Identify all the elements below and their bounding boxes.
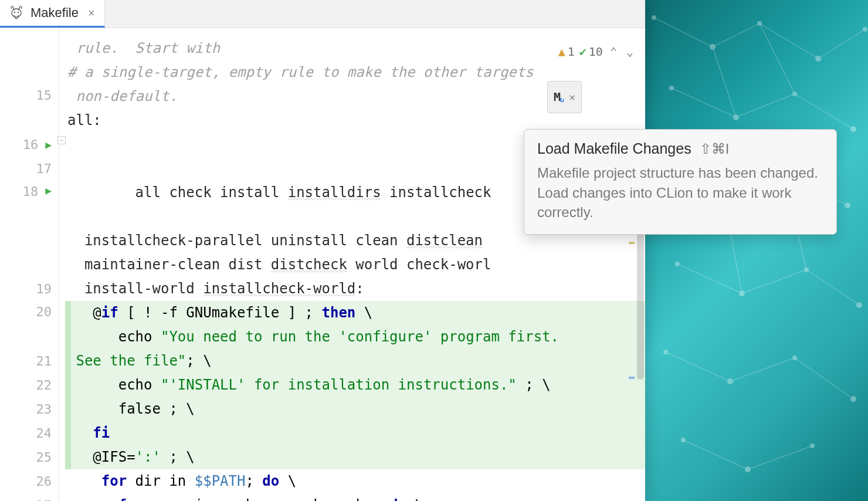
code-line[interactable]: install-world installcheck-world: <box>59 277 645 301</box>
fold-marker-icon[interactable]: – <box>57 136 66 144</box>
code-line[interactable]: See the file"; \ <box>65 349 645 373</box>
run-gutter-icon[interactable]: ▶ <box>45 138 52 151</box>
scrollbar-track[interactable] <box>636 36 644 501</box>
gutter-line: 24 <box>0 421 59 445</box>
svg-point-42 <box>850 396 856 402</box>
scrollbar-thumb[interactable] <box>637 233 644 380</box>
code-line[interactable]: @if [ ! -f GNUmakefile ] ; then \ <box>65 301 645 325</box>
svg-point-34 <box>845 202 850 208</box>
code-content[interactable]: ▲1 ✔10 ⌃ ⌄ M ↻ × rule. Start with # a si… <box>59 28 645 501</box>
tooltip-body: Makefile project structure has been chan… <box>537 163 823 222</box>
svg-line-6 <box>795 94 853 129</box>
svg-point-28 <box>733 114 739 120</box>
gutter-line: 20 <box>0 301 59 349</box>
tab-bar: Makefile × <box>0 0 645 28</box>
ide-window: Makefile × 15 16▶ 17 18▶ 19 20 21 22 23 … <box>0 0 645 501</box>
check-icon: ✔ <box>579 40 586 64</box>
tab-close-icon[interactable]: × <box>88 6 95 20</box>
tooltip-load-makefile: Load Makefile Changes ⇧⌘I Makefile proje… <box>524 129 837 235</box>
svg-point-26 <box>863 27 867 32</box>
prev-highlight-icon[interactable]: ⌃ <box>608 40 619 64</box>
svg-point-47 <box>14 12 15 13</box>
gutter-line: 18▶ <box>0 181 59 277</box>
refresh-badge-icon: ↻ <box>560 87 564 111</box>
tab-label: Makefile <box>30 5 79 21</box>
inspection-ok[interactable]: ✔10 <box>579 40 603 64</box>
svg-line-11 <box>742 270 806 293</box>
code-line[interactable]: echo "You need to run the 'configure' pr… <box>65 325 645 349</box>
svg-line-1 <box>713 23 760 47</box>
code-line[interactable]: echo "'INSTALL' for installation instruc… <box>65 373 645 397</box>
gutter-line: 19 <box>0 277 59 301</box>
gutter-line: 17 <box>0 157 59 181</box>
code-line[interactable]: @IFS=':' ; \ <box>65 445 645 469</box>
svg-point-23 <box>710 44 716 50</box>
svg-line-16 <box>683 440 748 469</box>
code-line[interactable]: for dir in $$PATH; do \ <box>59 469 645 493</box>
close-icon[interactable]: × <box>569 85 575 109</box>
svg-line-18 <box>713 47 736 117</box>
svg-point-45 <box>810 444 815 448</box>
tab-makefile[interactable]: Makefile × <box>0 0 105 28</box>
svg-point-39 <box>663 350 668 354</box>
gutter-line: 26 <box>0 469 59 493</box>
svg-point-48 <box>18 12 19 13</box>
editor-area: 15 16▶ 17 18▶ 19 20 21 22 23 24 25 26 27… <box>0 28 645 501</box>
makefile-reload-icon: M ↻ <box>554 85 561 109</box>
next-highlight-icon[interactable]: ⌄ <box>624 40 636 64</box>
svg-point-36 <box>739 290 745 296</box>
gutter-line: 27 <box>0 493 59 501</box>
svg-line-4 <box>672 88 736 117</box>
svg-point-30 <box>850 126 856 132</box>
svg-line-5 <box>736 94 795 117</box>
svg-line-3 <box>818 29 865 59</box>
svg-point-40 <box>727 378 733 384</box>
svg-point-37 <box>804 268 809 272</box>
load-makefile-action[interactable]: M ↻ × <box>547 81 582 113</box>
tooltip-shortcut: ⇧⌘I <box>700 141 730 157</box>
desktop-background <box>642 0 868 501</box>
svg-point-24 <box>757 21 762 26</box>
inspections-widget[interactable]: ▲1 ✔10 ⌃ ⌄ <box>556 39 638 65</box>
svg-line-0 <box>654 18 713 47</box>
svg-point-44 <box>745 466 751 472</box>
code-line[interactable]: false ; \ <box>65 397 645 421</box>
inspection-warnings[interactable]: ▲1 <box>558 40 575 64</box>
gutter-line <box>0 36 59 84</box>
svg-point-46 <box>12 9 21 17</box>
svg-line-12 <box>806 270 859 305</box>
error-stripe[interactable] <box>629 36 635 501</box>
svg-point-22 <box>652 15 656 20</box>
tooltip-title: Load Makefile Changes <box>537 140 691 157</box>
gnu-icon <box>8 5 25 21</box>
code-line[interactable]: for prog in gmake gnumake make; do \ <box>59 493 645 501</box>
gutter-line: 16▶ <box>0 133 59 157</box>
gutter-line: 25 <box>0 445 59 469</box>
gutter-line: 22 <box>0 373 59 397</box>
svg-point-25 <box>815 56 821 62</box>
svg-point-27 <box>669 86 674 90</box>
svg-point-38 <box>856 302 862 308</box>
svg-point-41 <box>792 356 797 360</box>
warning-icon: ▲ <box>558 40 565 64</box>
gutter-line: 21 <box>0 349 59 373</box>
gutter-line: 15 <box>0 84 59 133</box>
gutter-line: 23 <box>0 397 59 421</box>
svg-line-13 <box>666 352 730 381</box>
run-gutter-icon[interactable]: ▶ <box>45 184 52 197</box>
svg-line-15 <box>795 358 853 399</box>
code-line[interactable]: maintainer-clean dist distcheck world ch… <box>59 253 645 277</box>
svg-line-10 <box>677 264 742 293</box>
svg-point-35 <box>675 262 680 266</box>
svg-point-29 <box>792 92 797 96</box>
svg-line-14 <box>730 358 795 381</box>
svg-point-43 <box>681 438 686 442</box>
code-line[interactable]: fi <box>65 421 645 445</box>
svg-line-17 <box>748 446 812 469</box>
gutter: 15 16▶ 17 18▶ 19 20 21 22 23 24 25 26 27 <box>0 28 59 501</box>
